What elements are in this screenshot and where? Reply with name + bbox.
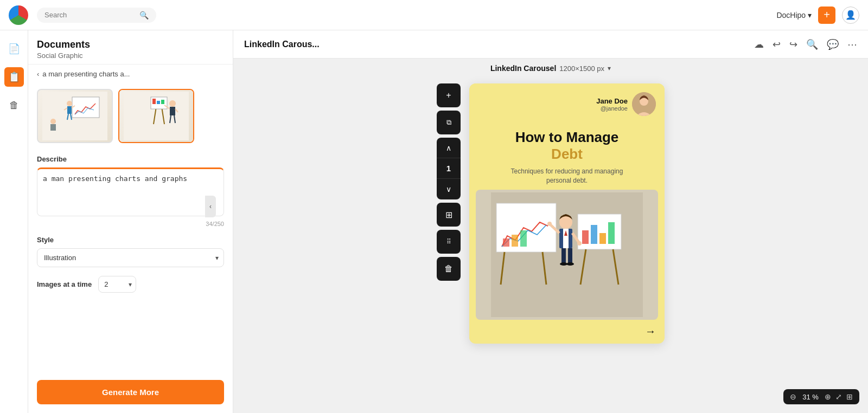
doc-title: LinkedIn Carous... <box>244 40 320 49</box>
add-page-button[interactable]: + <box>437 83 461 107</box>
svg-point-51 <box>560 262 567 266</box>
more-options-icon[interactable]: ⋯ <box>847 38 857 50</box>
canvas-type-label: LinkedIn Carousel <box>490 64 556 73</box>
images-at-time-row: Images at a time 1 2 3 4 ▾ <box>37 276 224 293</box>
page-down-button[interactable]: ∨ <box>437 179 461 199</box>
search-bar[interactable]: 🔍 <box>37 8 156 23</box>
sidebar-item-active[interactable]: 📋 <box>4 67 24 87</box>
image-thumb-1[interactable] <box>37 89 113 143</box>
images-count-wrapper: 1 2 3 4 ▾ <box>98 276 136 293</box>
svg-rect-29 <box>503 238 509 247</box>
search-icon: 🔍 <box>139 11 149 20</box>
svg-rect-35 <box>582 230 589 244</box>
card-image-area <box>476 190 658 320</box>
images-at-time-label: Images at a time <box>37 280 92 288</box>
vertical-toolbar: + ⧉ ∧ 1 ∨ ⊞ ⠿ 🗑 <box>437 83 461 281</box>
zoom-out-button[interactable]: ⊖ <box>790 392 796 401</box>
page-nav-group: ∧ 1 ∨ <box>437 138 461 199</box>
card-title-line1: How to Manage <box>480 129 654 146</box>
comment-icon[interactable]: 💬 <box>827 38 839 50</box>
zoom-value: 31 % <box>801 393 820 401</box>
svg-rect-38 <box>608 222 615 244</box>
canvas-dimensions: 1200×1500 px <box>559 64 604 73</box>
char-count: 34/250 <box>37 221 224 227</box>
app-logo <box>9 5 28 25</box>
card-top: Jane Doe @janedoe <box>469 83 665 120</box>
style-label: Style <box>37 236 224 244</box>
search-input[interactable] <box>44 11 135 19</box>
profile-handle: @janedoe <box>596 105 628 112</box>
panel-header: Documents Social Graphic <box>28 30 233 64</box>
doc-header: LinkedIn Carous... ☁ ↩ ↪ 🔍 💬 ⋯ <box>233 30 868 59</box>
dochipo-dropdown[interactable]: DocHipo ▾ <box>776 11 812 20</box>
describe-textarea[interactable]: a man presenting charts and graphs <box>37 167 224 216</box>
fit-page-button[interactable]: ⤢ <box>835 392 842 401</box>
search-canvas-icon[interactable]: 🔍 <box>806 38 818 50</box>
style-select-wrapper: Illustration Photorealistic Abstract Car… <box>37 248 224 267</box>
icon-sidebar: 📄 📋 🗑 <box>0 30 28 413</box>
breadcrumb: ‹ a man presenting charts a... <box>28 64 233 83</box>
page-number: 1 <box>437 158 461 179</box>
card-title-area: How to Manage Debt Techniques for reduci… <box>469 120 665 190</box>
svg-point-2 <box>67 101 72 106</box>
zoom-in-button[interactable]: ⊕ <box>825 392 831 401</box>
describe-label: Describe <box>37 155 224 163</box>
card-subtitle: Techniques for reducing and managingpers… <box>480 167 654 185</box>
right-area: LinkedIn Carous... ☁ ↩ ↪ 🔍 💬 ⋯ LinkedIn … <box>233 30 868 413</box>
duplicate-page-button[interactable]: ⧉ <box>437 111 461 134</box>
svg-rect-15 <box>157 101 160 104</box>
breadcrumb-text: a man presenting charts a... <box>42 70 130 78</box>
sidebar-item-document[interactable]: 📄 <box>4 39 24 59</box>
thumb2-illustration <box>124 92 189 140</box>
zoom-bar: ⊖ 31 % ⊕ ⤢ ⊞ <box>783 389 859 404</box>
user-menu-button[interactable]: 👤 <box>842 7 859 24</box>
card-profile: Jane Doe @janedoe <box>478 92 656 116</box>
back-arrow-icon[interactable]: ‹ <box>37 70 39 78</box>
images-count-select[interactable]: 1 2 3 4 <box>98 276 136 293</box>
svg-rect-31 <box>520 230 527 247</box>
image-grid <box>28 83 233 149</box>
style-field-row: Style Illustration Photorealistic Abstra… <box>37 236 224 267</box>
redo-icon[interactable]: ↪ <box>789 38 797 50</box>
canvas-size-dropdown-icon[interactable]: ▾ <box>608 64 611 72</box>
documents-title: Documents <box>37 39 224 50</box>
card-title-line2: Debt <box>480 146 654 163</box>
create-plus-button[interactable]: + <box>818 7 835 24</box>
svg-rect-14 <box>152 99 156 104</box>
card-illustration <box>491 192 643 317</box>
image-thumb-2[interactable] <box>118 89 194 143</box>
sidebar-item-trash[interactable]: 🗑 <box>4 95 24 115</box>
svg-point-46 <box>547 222 552 226</box>
grid-view-button[interactable]: ⊞ <box>437 203 461 227</box>
svg-rect-9 <box>50 124 56 131</box>
svg-rect-50 <box>568 248 572 263</box>
page-up-button[interactable]: ∧ <box>437 138 461 158</box>
dots-grid-button[interactable]: ⠿ <box>437 230 461 254</box>
canvas-card: Jane Doe @janedoe <box>469 83 665 344</box>
profile-avatar <box>632 92 656 116</box>
canvas-size-row: LinkedIn Carousel 1200×1500 px ▾ <box>233 59 868 73</box>
svg-rect-37 <box>599 233 606 244</box>
svg-point-8 <box>50 119 56 124</box>
generate-more-button[interactable]: Generate More <box>37 380 224 404</box>
svg-rect-16 <box>161 100 164 104</box>
svg-rect-18 <box>170 107 175 115</box>
svg-rect-36 <box>591 225 597 244</box>
cloud-save-icon[interactable]: ☁ <box>754 38 764 50</box>
grid-zoom-button[interactable]: ⊞ <box>846 392 853 401</box>
social-graphic-subtitle: Social Graphic <box>37 51 224 60</box>
profile-name: Jane Doe <box>596 97 628 105</box>
profile-info: Jane Doe @janedoe <box>596 97 628 112</box>
svg-point-48 <box>577 241 582 246</box>
doc-header-actions: ☁ ↩ ↪ 🔍 💬 ⋯ <box>754 38 857 50</box>
style-select[interactable]: Illustration Photorealistic Abstract Car… <box>37 248 224 267</box>
left-panel: Documents Social Graphic ‹ a man present… <box>28 30 233 413</box>
collapse-panel-button[interactable]: ‹ <box>205 196 216 217</box>
undo-icon[interactable]: ↩ <box>773 38 781 50</box>
svg-point-17 <box>169 100 176 107</box>
svg-rect-3 <box>67 106 72 114</box>
delete-page-button[interactable]: 🗑 <box>437 257 461 281</box>
panel-content: Describe a man presenting charts and gra… <box>28 149 233 371</box>
thumb1-illustration <box>42 92 107 140</box>
canvas-area: + ⧉ ∧ 1 ∨ ⊞ ⠿ 🗑 Jane Doe @janedoe <box>233 73 868 413</box>
